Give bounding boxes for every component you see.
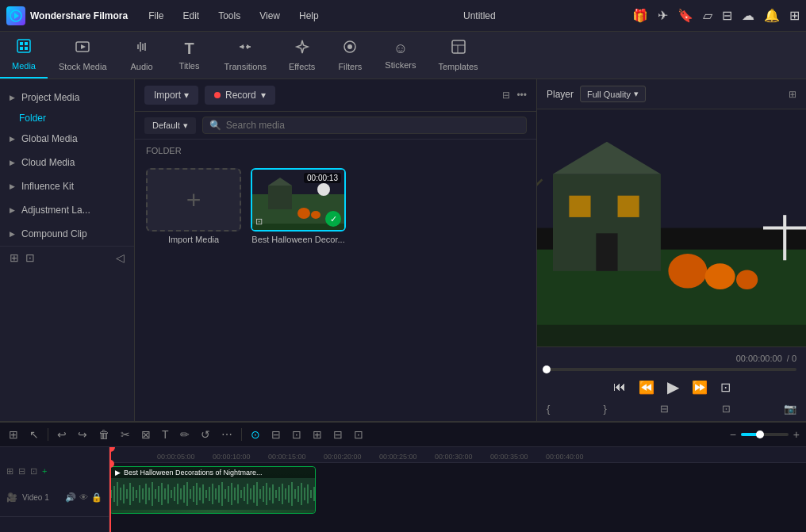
sidebar-item-global-media[interactable]: ▶ Global Media	[0, 127, 134, 151]
play-button[interactable]: ▶	[667, 377, 679, 396]
halloween-thumb[interactable]: 00:00:13 ⊡ ✓	[251, 168, 346, 232]
tl-audio-stretch[interactable]: ⊡	[290, 426, 304, 443]
svg-rect-52	[136, 490, 137, 498]
link-track-icon[interactable]: ⊟	[18, 466, 25, 477]
svg-rect-54	[142, 488, 144, 499]
tab-stock-media[interactable]: Stock Media	[48, 32, 118, 78]
tl-paint[interactable]: ✏	[178, 426, 192, 443]
send-icon[interactable]: ✈	[658, 8, 668, 23]
tl-loop[interactable]: ↺	[198, 426, 213, 443]
quality-chevron-icon: ▾	[634, 89, 639, 99]
filter-icon[interactable]: ⊟	[502, 90, 510, 101]
ruler-mark-6: 00:00:30:00	[435, 453, 473, 461]
default-button[interactable]: Default ▾	[144, 117, 196, 134]
screen-icon[interactable]: ⊟	[722, 8, 732, 23]
tl-more[interactable]: ⋯	[219, 426, 235, 443]
timeline-toolbar: ⊞ ↖ ↩ ↪ 🗑 ✂ ⊠ T ✏ ↺ ⋯ ⊙ ⊟ ⊡ ⊞ ⊟ ⊡ − +	[0, 423, 806, 447]
sidebar-item-influence-kit[interactable]: ▶ Influence Kit	[0, 174, 134, 198]
svg-rect-57	[152, 482, 153, 506]
arrow-icon-2: ▶	[10, 135, 15, 143]
player-grid-icon[interactable]: ⊞	[789, 89, 796, 100]
zoom-slider[interactable]	[741, 433, 789, 436]
lock-icon[interactable]: 🔒	[91, 492, 102, 503]
playback-progress[interactable]	[547, 368, 796, 371]
menu-tools[interactable]: Tools	[210, 7, 248, 25]
monitor-icon[interactable]: ⊡	[722, 403, 731, 415]
halloween-media-item[interactable]: 00:00:13 ⊡ ✓ Best Halloween Decor...	[251, 168, 346, 244]
sidebar-item-folder[interactable]: Folder	[0, 109, 134, 127]
media-grid: + Import Media	[135, 159, 536, 254]
step-back-button[interactable]: ⏪	[639, 380, 654, 395]
tl-snap[interactable]: ⊙	[248, 426, 263, 443]
add-media-item[interactable]: + Import Media	[146, 168, 241, 244]
svg-rect-51	[132, 487, 134, 501]
fullscreen-button[interactable]: ⊡	[720, 380, 731, 395]
zoom-thumb[interactable]	[756, 431, 764, 438]
minimize-icon[interactable]: ▱	[703, 8, 712, 23]
zoom-out-button[interactable]: −	[730, 428, 736, 441]
tab-media[interactable]: Media	[0, 32, 48, 78]
folder-icon[interactable]: ⊡	[25, 251, 35, 264]
add-video-icon[interactable]: +	[42, 466, 47, 476]
tl-marker[interactable]: ⊟	[331, 426, 345, 443]
search-input[interactable]	[226, 120, 520, 131]
quality-select[interactable]: Full Quality ▾	[580, 86, 646, 102]
record-button[interactable]: Record ▾	[205, 86, 275, 105]
menu-help[interactable]: Help	[291, 7, 327, 25]
speaker-icon[interactable]: 🔊	[65, 492, 76, 503]
ruler-mark-4: 00:00:20:00	[324, 453, 362, 461]
mark-out-icon[interactable]: }	[603, 403, 606, 415]
bell-icon[interactable]: 🔔	[764, 8, 780, 23]
tab-audio[interactable]: Audio	[118, 32, 166, 78]
tl-subtitle[interactable]: ⊡	[351, 426, 366, 443]
tl-arrow-tool[interactable]: ↖	[27, 426, 41, 443]
import-button[interactable]: Import ▾	[144, 86, 198, 105]
tab-filters[interactable]: Filters	[326, 32, 374, 78]
sidebar-item-project-media[interactable]: ▶ Project Media	[0, 86, 134, 109]
tl-magnet[interactable]: ⊟	[269, 426, 283, 443]
add-folder-icon[interactable]: ⊞	[10, 251, 19, 264]
tl-crop[interactable]: ⊠	[139, 426, 153, 443]
tl-select-tool[interactable]: ⊞	[6, 426, 21, 443]
tl-text[interactable]: T	[159, 426, 171, 443]
tl-split[interactable]: ⊞	[310, 426, 324, 443]
sidebar-item-compound-clip[interactable]: ▶ Compound Clip	[0, 222, 134, 246]
go-start-button[interactable]: ⏮	[613, 380, 626, 394]
current-timecode: 00:00:00:00	[736, 354, 782, 363]
collapse-icon[interactable]: ◁	[116, 251, 125, 264]
zoom-in-button[interactable]: +	[793, 428, 800, 441]
svg-rect-58	[155, 489, 156, 499]
step-forward-button[interactable]: ⏩	[692, 380, 708, 395]
mark-in-icon[interactable]: {	[547, 403, 550, 415]
tab-templates[interactable]: Templates	[427, 32, 489, 78]
menu-edit[interactable]: Edit	[175, 7, 207, 25]
menu-file[interactable]: File	[140, 7, 171, 25]
tl-delete[interactable]: 🗑	[96, 426, 112, 443]
split-track-icon[interactable]: ⊡	[30, 466, 37, 477]
sidebar-item-adjustment[interactable]: ▶ Adjustment La...	[0, 198, 134, 222]
timeline-clip[interactable]: ▶ Best Halloween Decorations of Nightmar…	[109, 466, 316, 514]
svg-rect-105	[304, 488, 305, 500]
sidebar-item-cloud-media[interactable]: ▶ Cloud Media	[0, 151, 134, 174]
more-icon[interactable]: •••	[516, 90, 527, 101]
grid-icon[interactable]: ⊞	[789, 8, 800, 23]
tl-redo[interactable]: ↪	[75, 426, 90, 443]
progress-thumb[interactable]	[543, 366, 551, 373]
tl-cut[interactable]: ✂	[118, 426, 132, 443]
camera-icon[interactable]: 📷	[784, 403, 796, 415]
eye-icon[interactable]: 👁	[79, 492, 88, 503]
tl-undo[interactable]: ↩	[55, 426, 69, 443]
gift-icon[interactable]: 🎁	[632, 8, 648, 23]
svg-rect-67	[183, 485, 185, 503]
tab-transitions[interactable]: Transitions	[213, 32, 278, 78]
tab-titles[interactable]: T Titles	[166, 32, 213, 78]
add-media-thumb[interactable]: +	[146, 168, 241, 232]
menu-view[interactable]: View	[251, 7, 288, 25]
svg-rect-103	[297, 486, 299, 502]
tab-effects[interactable]: Effects	[278, 32, 326, 78]
add-track-icon[interactable]: ⊞	[6, 466, 13, 477]
bookmark-icon[interactable]: 🔖	[677, 8, 693, 23]
tab-stickers[interactable]: ☺ Stickers	[374, 32, 427, 78]
keyframe-icon[interactable]: ⊟	[660, 403, 669, 415]
cloud-icon[interactable]: ☁	[742, 8, 754, 23]
